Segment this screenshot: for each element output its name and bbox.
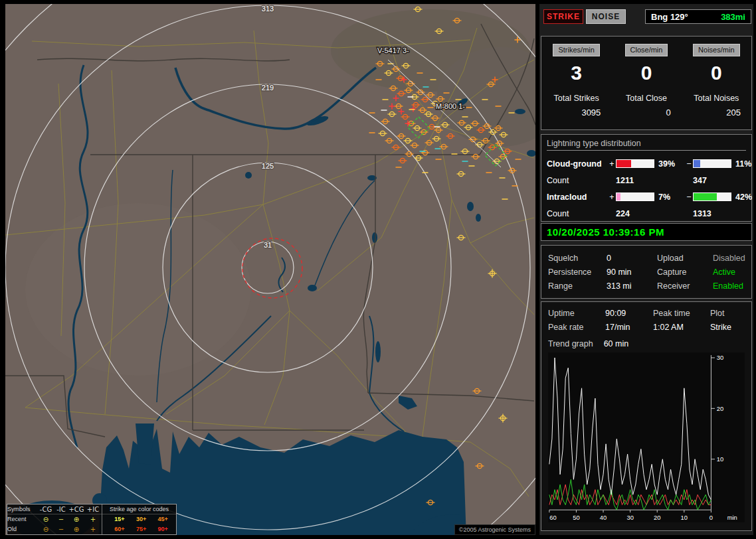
ic-plus-bar: [616, 193, 654, 201]
nexstorm-app: 31321912531V-5417 3-M-800 1- Symbols -CG…: [0, 0, 756, 539]
copyright-notice: ©2005 Astrogenic Systems: [454, 524, 535, 535]
legend-divider: [102, 504, 107, 514]
trend-y-tick-label: 30: [717, 354, 723, 361]
range-ring-label: 31: [264, 241, 272, 249]
trend-x-tick-label: min: [727, 514, 737, 521]
cg-plus-icon: ⊕: [68, 524, 84, 534]
capture-label: Capture: [657, 268, 713, 277]
intracloud-count-row: Count 224 1313: [547, 205, 746, 222]
peak-time-value: 1:02 AM: [653, 323, 710, 332]
trend-series-strikes: [549, 358, 711, 500]
legend-header-ncg: -CG: [38, 504, 54, 514]
plus-sign: +: [608, 193, 616, 202]
intracloud-label: Intracloud: [547, 193, 608, 202]
cloud-ground-count-row: Count 1211 347: [547, 172, 746, 189]
range-ring-label: 219: [262, 84, 274, 92]
trend-graph-label: Trend graph: [548, 339, 593, 348]
ic-minus-pct: 42%: [731, 193, 752, 202]
close-per-min-button[interactable]: Close/min: [625, 44, 668, 56]
ic-plus-count: 224: [616, 209, 654, 218]
total-noises-value: 205: [682, 108, 751, 117]
cg-plus-pct: 39%: [654, 159, 685, 169]
cg-plus-bar: [616, 159, 654, 168]
datetime-box: 10/20/2025 10:39:16 PM: [541, 223, 752, 241]
bearing-distance: 383mi: [721, 12, 745, 22]
noise-mode-button[interactable]: NOISE: [586, 9, 626, 24]
plot-value: Strike: [710, 323, 745, 332]
trend-box: Uptime 90:09 Peak time Plot Peak rate 17…: [541, 301, 752, 531]
peak-rate-value: 17/min: [605, 323, 653, 332]
trend-y-tick-label: 20: [717, 405, 723, 412]
peak-time-label: Peak time: [653, 309, 710, 318]
intracloud-row: Intracloud + 7% − 42%: [547, 189, 746, 205]
count-label: Count: [547, 176, 608, 185]
trend-x-tick-label: 60: [549, 514, 556, 521]
legend-old-row: Old ⊖ − ⊕ + 60+ 75+ 90+: [7, 524, 176, 534]
receiver-status-box: Squelch 0 Upload Disabled Persistence 90…: [541, 245, 752, 299]
age-30: 30+: [132, 514, 151, 524]
strikes-per-min-button[interactable]: Strikes/min: [553, 44, 599, 56]
legend-header-row: Symbols -CG -IC +CG +IC Strike age color…: [7, 504, 176, 514]
age-60: 60+: [110, 524, 130, 534]
cg-minus-icon: ⊖: [38, 524, 54, 534]
range-ring-label: 313: [262, 5, 274, 13]
total-strikes-value: 3095: [541, 108, 611, 117]
performance-grid: Uptime 90:09 Peak time Plot Peak rate 17…: [548, 306, 745, 334]
cloud-ground-label: Cloud-ground: [547, 159, 608, 169]
mode-toolbar: STRIKE NOISE Bng 129° 383mi: [542, 9, 751, 25]
age-15: 15+: [110, 514, 130, 524]
lightning-distribution-box: Lightning type distribution Cloud-ground…: [541, 134, 752, 222]
trend-y-tick-label: 10: [717, 455, 723, 463]
range-ring-label: 125: [262, 162, 274, 170]
range-value: 313 mi: [607, 281, 657, 291]
ic-minus-bar-fill: [694, 193, 717, 200]
trend-x-tick-label: 10: [681, 514, 688, 521]
status-panel: STRIKE NOISE Bng 129° 383mi Strikes/min …: [539, 4, 753, 535]
lightning-map[interactable]: 31321912531V-5417 3-M-800 1- Symbols -CG…: [5, 4, 535, 535]
cg-plus-bar-fill: [616, 160, 631, 167]
bearing-readout: Bng 129° 383mi: [645, 9, 751, 24]
strikes-rate: 3: [541, 62, 611, 84]
cg-minus-icon: ⊖: [38, 514, 54, 524]
legend-recent-ages: 15+ 30+ 45+: [107, 514, 176, 524]
total-close-value: 0: [611, 108, 681, 117]
minus-sign: −: [685, 159, 693, 169]
count-label: Count: [547, 209, 608, 218]
squelch-label: Squelch: [548, 254, 607, 263]
bearing-value: Bng 129°: [651, 12, 688, 22]
distribution-title: Lightning type distribution: [547, 139, 746, 151]
persistence-label: Persistence: [548, 268, 607, 277]
trend-x-tick-label: 0: [709, 514, 713, 521]
noises-per-min-button[interactable]: Noises/min: [693, 44, 739, 56]
age-75: 75+: [132, 524, 151, 534]
legend-divider: [102, 514, 107, 524]
ic-minus-icon: −: [54, 524, 68, 534]
trend-window-value: 60 min: [604, 339, 629, 348]
age-90: 90+: [153, 524, 173, 534]
strike-mode-button[interactable]: STRIKE: [543, 9, 583, 24]
trend-x-tick-label: 30: [626, 514, 633, 521]
legend-header-nic: -IC: [54, 504, 68, 514]
receiver-label: Receiver: [657, 281, 713, 291]
storm-cell-label: V-5417 3-: [377, 46, 409, 54]
legend-title: Symbols: [7, 504, 38, 514]
noises-rate: 0: [682, 62, 751, 84]
legend-row-name: Old: [7, 524, 38, 534]
legend-recent-row: Recent ⊖ − ⊕ + 15+ 30+ 45+: [7, 514, 176, 524]
noises-column: Noises/min 0 Total Noises 205: [682, 43, 751, 129]
uptime-value: 90:09: [605, 309, 653, 318]
ic-minus-bar: [693, 193, 731, 201]
ic-plus-icon: +: [84, 524, 102, 534]
cg-minus-pct: 11%: [731, 159, 751, 169]
cg-minus-bar-fill: [694, 160, 700, 167]
ic-plus-bar-fill: [616, 193, 620, 200]
trend-x-tick-label: 50: [573, 514, 579, 521]
receiver-status: Enabled: [713, 281, 745, 291]
total-noises-label: Total Noises: [682, 94, 751, 103]
counters-box: Strikes/min 3 Total Strikes 3095 Close/m…: [541, 36, 752, 130]
close-column: Close/min 0 Total Close 0: [611, 43, 681, 129]
symbols-legend: Symbols -CG -IC +CG +IC Strike age color…: [7, 504, 177, 535]
cg-minus-bar: [693, 159, 731, 168]
legend-header-pic: +IC: [84, 504, 102, 514]
map-canvas[interactable]: 31321912531V-5417 3-M-800 1-: [5, 4, 535, 535]
